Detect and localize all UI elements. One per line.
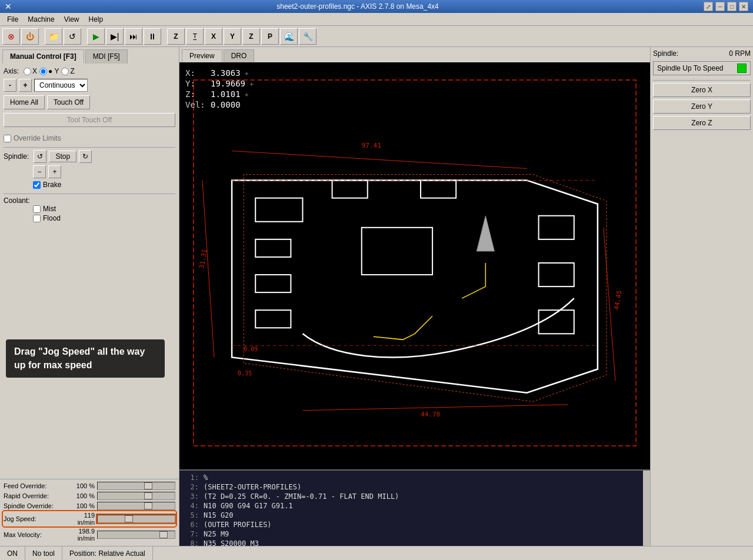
feed-override-slider[interactable]	[97, 482, 175, 490]
axis-z-radio[interactable]: Z	[61, 67, 74, 75]
tool-touch-off-button[interactable]: Tool Touch Off	[4, 113, 175, 127]
menu-machine[interactable]: Machine	[23, 14, 59, 25]
right-divider	[653, 80, 751, 81]
zero-z-button[interactable]: Zero Z	[653, 116, 751, 130]
svg-rect-3	[255, 275, 291, 292]
zero-z-btn[interactable]: Z	[167, 28, 185, 45]
spindle-cw-button[interactable]: ↻	[79, 150, 92, 163]
zero-y-button[interactable]: Zero Y	[653, 99, 751, 114]
gcode-line: 8:N35 S20000 M3	[184, 539, 645, 546]
rapid-override-slider[interactable]	[97, 492, 175, 500]
svg-text:44.45: 44.45	[612, 290, 624, 311]
gcode-line-text: N25 M9	[204, 530, 229, 538]
axis-row: Axis: X ● Y Z	[4, 67, 175, 75]
power-button[interactable]: ⏻	[21, 28, 39, 45]
reload-button[interactable]: ↺	[64, 28, 81, 45]
tab-mdi[interactable]: MDI [F5]	[85, 49, 128, 64]
touch-off-btn2[interactable]: T̲	[186, 28, 204, 45]
axis-x-radio[interactable]: X	[24, 67, 37, 75]
spindle-override-label: Spindle Override:	[4, 502, 68, 509]
tab-preview[interactable]: Preview	[182, 49, 222, 62]
jog-row: - + Continuous Step 0.001 Step 0.01 Step…	[4, 79, 175, 92]
gcode-panel[interactable]: 1:%2:(SHEET2-OUTER-PROFILES)3:(T2 D=0.25…	[179, 469, 650, 546]
home-all-button[interactable]: Home All	[4, 95, 45, 109]
estop-button[interactable]: ⊗	[2, 28, 20, 45]
titlebar-controls: ⤢ ─ □ ✕	[704, 2, 748, 11]
gcode-line-text: (T2 D=0.25 CR=0. - ZMIN=-0.71 - FLAT END…	[204, 492, 399, 501]
flood-checkbox[interactable]	[33, 215, 41, 222]
z-axis-btn2[interactable]: Z	[242, 28, 260, 45]
jog-plus-button[interactable]: +	[19, 79, 32, 92]
coolant-btn[interactable]: 🌊	[280, 28, 298, 45]
jog-minus-button[interactable]: -	[4, 79, 16, 92]
tab-manual[interactable]: Manual Control [F3]	[2, 49, 84, 64]
brake-checkbox[interactable]	[33, 181, 41, 189]
svg-text:44.78: 44.78	[421, 411, 440, 418]
spindle-up-to-speed-button[interactable]: Spindle Up To Speed	[653, 61, 751, 75]
menu-view[interactable]: View	[59, 14, 84, 25]
jog-speed-slider[interactable]	[97, 515, 175, 523]
flood-row: Flood	[33, 214, 175, 222]
touch-off-button[interactable]: Touch Off	[47, 95, 90, 109]
manual-control-panel: Axis: X ● Y Z - + Continuo	[0, 64, 179, 479]
brake-label: Brake	[43, 181, 61, 189]
spindle-label: Spindle:	[4, 152, 29, 161]
status-on: ON	[0, 546, 25, 560]
axis-x-input[interactable]	[24, 68, 31, 75]
dro-x-value: 3.3063	[211, 68, 241, 78]
mist-checkbox[interactable]	[33, 205, 41, 213]
zero-x-button[interactable]: Zero X	[653, 83, 751, 97]
spindle-ccw-button[interactable]: ↺	[34, 150, 46, 163]
axis-x-label: X	[32, 67, 37, 75]
axis-y-input[interactable]	[39, 68, 47, 75]
titlebar-resize[interactable]: ⤢	[704, 2, 713, 11]
preview-canvas[interactable]: 97.41 31.31 0.09 0.35 44.78 44.45	[179, 62, 650, 469]
axis-z-input[interactable]	[61, 68, 69, 75]
titlebar-close[interactable]: ✕	[739, 2, 748, 11]
spindle-speed-down-button[interactable]: −	[33, 165, 46, 178]
gcode-scrollbar[interactable]	[643, 471, 650, 546]
settings-btn[interactable]: 🔧	[299, 28, 316, 45]
spindle-override-slider[interactable]	[97, 502, 175, 510]
titlebar-title: sheet2-outer-profiles.ngc - AXIS 2.7.8 o…	[276, 2, 439, 11]
preview-tabs: Preview DRO	[179, 47, 650, 62]
jog-mode-select[interactable]: Continuous Step 0.001 Step 0.01 Step 0.1…	[34, 79, 88, 92]
axis-label: Axis:	[4, 67, 19, 75]
spindle-speed-up-button[interactable]: +	[48, 165, 61, 178]
pause-button[interactable]: ⏸	[144, 28, 161, 45]
dro-vel-row: Vel: 0.0000	[185, 100, 254, 109]
axis-y-radio[interactable]: ● Y	[39, 67, 59, 75]
maxvel-slider[interactable]	[97, 531, 175, 539]
gcode-line: 4:N10 G90 G94 G17 G91.1	[184, 501, 645, 511]
run-from-line-button[interactable]: ▶|	[106, 28, 124, 45]
gcode-line-number: 3:	[184, 492, 199, 501]
dro-z-row: Z: 1.0101 ✛	[185, 89, 254, 99]
titlebar-minimize[interactable]: ─	[715, 2, 725, 11]
menu-help[interactable]: Help	[84, 14, 108, 25]
titlebar-maximize[interactable]: □	[727, 2, 737, 11]
gcode-line-text: N15 G20	[204, 511, 234, 519]
jog-speed-label: Jog Speed:	[4, 515, 68, 522]
menu-file[interactable]: File	[2, 14, 23, 25]
maxvel-row: Max Velocity: 198.9 in/min	[4, 528, 175, 542]
open-file-button[interactable]: 📁	[45, 28, 62, 45]
toolbar: ⊗ ⏻ 📁 ↺ ▶ ▶| ⏭ ⏸ Z T̲ X Y Z P 🌊 🔧	[0, 26, 753, 47]
svg-rect-7	[539, 310, 574, 334]
spindle-up-label: Spindle Up To Speed	[657, 64, 724, 72]
step-button[interactable]: ⏭	[125, 28, 142, 45]
svg-rect-9	[421, 181, 456, 198]
spindle-row: Spindle: ↺ Stop ↻	[4, 150, 175, 163]
feed-override-value: 100 %	[68, 482, 95, 489]
jog-speed-row: Jog Speed: 119 in/min	[4, 512, 175, 526]
tab-dro[interactable]: DRO	[224, 49, 255, 62]
dro-y-icon: ✛	[250, 81, 254, 87]
override-limits-checkbox[interactable]	[4, 135, 11, 142]
p-btn[interactable]: P	[261, 28, 279, 45]
run-button[interactable]: ▶	[87, 28, 105, 45]
dro-z-icon: ✛	[245, 91, 249, 98]
x-axis-btn[interactable]: X	[205, 28, 222, 45]
spindle-stop-button[interactable]: Stop	[49, 151, 76, 162]
dro-x-icon: ✛	[245, 70, 249, 76]
y-axis-btn[interactable]: Y	[224, 28, 241, 45]
axis-z-label: Z	[70, 67, 74, 75]
